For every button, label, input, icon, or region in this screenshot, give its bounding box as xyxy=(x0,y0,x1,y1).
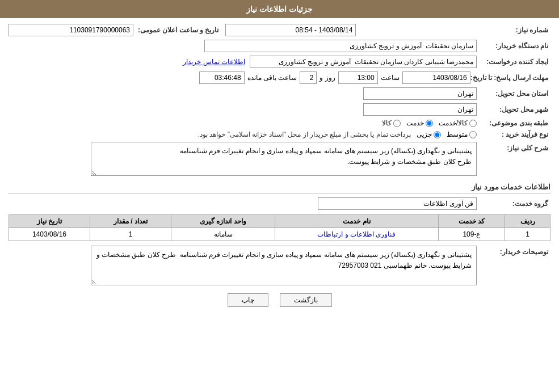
province-label: استان محل تحویل: xyxy=(477,90,550,98)
category-option-khadamat[interactable]: خدمت xyxy=(406,119,433,127)
purchase-type-jozi[interactable]: جزیی xyxy=(417,130,441,138)
requester-label: ایجاد کننده درخواست: xyxy=(477,58,550,66)
col-header-date: تاریخ نیاز xyxy=(9,215,90,228)
category-radio-khadamat[interactable] xyxy=(426,120,433,127)
buyer-org-label: نام دستگاه خریدار: xyxy=(477,42,550,50)
announce-date-label: تاریخ و ساعت اعلان عمومی: xyxy=(138,26,221,34)
category-radio-kala-khadamat[interactable] xyxy=(469,120,477,127)
page-title: جزئیات اطلاعات نیاز xyxy=(246,5,313,14)
response-time-label: ساعت xyxy=(381,74,400,82)
table-row: 1 ع-109 فناوری اطلاعات و ارتباطات سامانه… xyxy=(9,228,550,241)
purchase-type-note: پرداخت تمام یا بخشی از مبلغ خریدار از مح… xyxy=(198,130,411,138)
category-option-kala-khadamat[interactable]: کالا/خدمت xyxy=(439,119,477,127)
contact-link[interactable]: اطلاعات تماس خریدار xyxy=(183,58,245,66)
service-group-field[interactable] xyxy=(318,197,477,210)
col-header-name: نام خدمت xyxy=(275,215,439,228)
requester-field[interactable] xyxy=(250,56,477,68)
response-deadline-label: مهلت ارسال پاسخ: تا تاریخ: xyxy=(470,74,550,82)
need-desc-textarea[interactable]: پشتیبانی و نگهداری (یکساله) زیر سیستم ها… xyxy=(91,142,477,176)
cell-code: ع-109 xyxy=(438,228,505,241)
cell-date: 1403/08/16 xyxy=(9,228,90,241)
need-number-field[interactable] xyxy=(9,24,133,36)
purchase-type-radio-group: متوسط جزیی xyxy=(417,130,477,138)
back-button[interactable]: بازگشت xyxy=(280,293,332,307)
purchase-type-label: نوع فرآیند خرید : xyxy=(477,130,550,138)
print-button[interactable]: چاپ xyxy=(228,293,268,307)
category-radio-group: کالا/خدمت خدمت کالا xyxy=(382,119,477,127)
need-number-label: شماره نیاز: xyxy=(516,26,550,34)
purchase-type-radio-jozi[interactable] xyxy=(434,131,441,138)
announce-date-field[interactable] xyxy=(225,24,356,36)
col-header-row: ردیف xyxy=(505,215,550,228)
buyer-desc-label: توصیحات خریدار: xyxy=(477,246,550,256)
col-header-qty: تعداد / مقدار xyxy=(90,215,171,228)
cell-qty: 1 xyxy=(90,228,171,241)
cell-unit: سامانه xyxy=(171,228,275,241)
page-header: جزئیات اطلاعات نیاز xyxy=(0,0,559,18)
cell-name: فناوری اطلاعات و ارتباطات xyxy=(275,228,439,241)
col-header-code: کد خدمت xyxy=(438,215,505,228)
city-field[interactable] xyxy=(363,103,477,116)
category-label: طبقه بندی موضوعی: xyxy=(477,119,550,127)
buyer-org-field[interactable] xyxy=(204,40,477,52)
service-group-label: گروه خدمت: xyxy=(477,200,550,208)
col-header-unit: واحد اندازه گیری xyxy=(171,215,275,228)
response-date-field[interactable] xyxy=(402,71,470,84)
services-section-title: اطلاعات خدمات مورد نیاز xyxy=(9,180,550,194)
purchase-type-radio-motavaset[interactable] xyxy=(469,131,477,138)
purchase-type-motavaset[interactable]: متوسط xyxy=(447,130,477,138)
city-label: شهر محل تحویل: xyxy=(477,106,550,113)
buyer-desc-textarea[interactable]: پشتیبانی و نگهداری (یکساله) زیر سیستم ها… xyxy=(91,246,477,285)
need-desc-section-label: شرح کلی نیاز: xyxy=(477,142,550,152)
response-days-field[interactable] xyxy=(300,71,317,84)
category-option-kala[interactable]: کالا xyxy=(382,119,401,127)
response-remain-field[interactable] xyxy=(199,71,245,84)
services-table: ردیف کد خدمت نام خدمت واحد اندازه گیری ت… xyxy=(9,214,550,241)
response-days-label: روز و xyxy=(320,74,335,82)
action-buttons: بازگشت چاپ xyxy=(9,293,550,307)
response-remain-label: ساعت باقی مانده xyxy=(247,74,297,82)
response-time-field[interactable] xyxy=(338,71,378,84)
cell-row: 1 xyxy=(505,228,550,241)
category-radio-kala[interactable] xyxy=(393,120,401,127)
province-field[interactable] xyxy=(363,87,477,100)
